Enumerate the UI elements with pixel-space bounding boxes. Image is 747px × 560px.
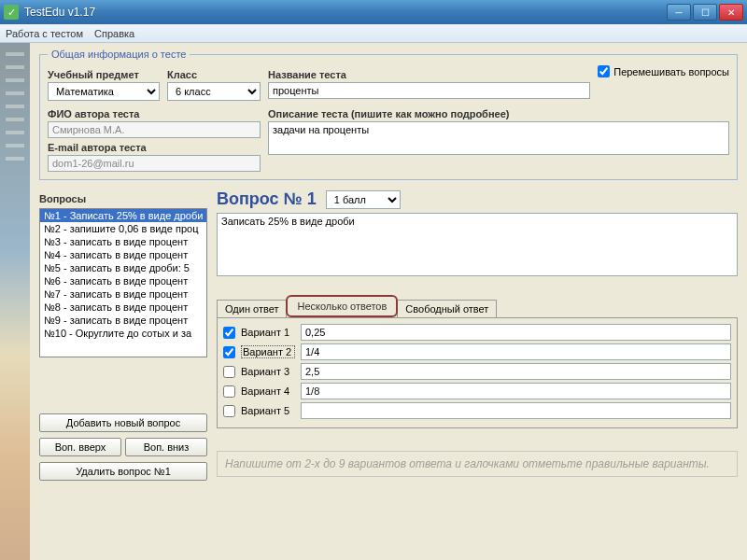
menu-help[interactable]: Справка (94, 28, 134, 39)
label-questions: Вопросы (39, 193, 207, 204)
move-up-button[interactable]: Воп. вверх (39, 438, 121, 456)
answer-input-5[interactable] (301, 402, 731, 419)
list-item[interactable]: №2 - запишите 0,06 в виде проц (40, 222, 206, 235)
answer-type-tabs: Один ответ Несколько ответов Свободный о… (217, 295, 738, 317)
textarea-question[interactable]: Записать 25% в виде дроби (217, 213, 738, 276)
answer-label-3: Вариант 3 (241, 366, 295, 377)
answer-input-2[interactable] (301, 343, 731, 360)
minimize-button[interactable]: ─ (667, 4, 691, 21)
delete-question-button[interactable]: Удалить вопрос №1 (39, 462, 207, 481)
list-item[interactable]: №5 - записать в виде дроби: 5 (40, 261, 206, 274)
maximize-button[interactable]: ☐ (693, 4, 717, 21)
label-desc: Описание теста (пишите как можно подробн… (268, 108, 729, 119)
answers-panel: Вариант 1 Вариант 2 Вариант 3 Вариант 4 (217, 317, 738, 428)
select-points[interactable]: 1 балл (326, 190, 401, 209)
label-class: Класс (167, 69, 261, 80)
answer-label-1: Вариант 1 (241, 327, 295, 338)
list-item[interactable]: №7 - записать в виде процент (40, 287, 206, 301)
label-testname: Название теста (268, 69, 590, 80)
move-down-button[interactable]: Воп. вниз (125, 438, 207, 456)
list-item[interactable]: №10 - Округлите до сотых и за (40, 327, 206, 340)
hint-text: Напишите от 2-х до 9 вариантов ответа и … (217, 451, 738, 477)
tab-free-answer[interactable]: Свободный ответ (397, 300, 497, 317)
checkbox-shuffle[interactable] (598, 65, 610, 77)
tab-one-answer[interactable]: Один ответ (217, 300, 287, 317)
group-test-info: Общая информация о тесте Учебный предмет… (39, 49, 738, 180)
close-button[interactable]: ✕ (719, 4, 743, 21)
list-item[interactable]: №4 - записать в виде процент (40, 248, 206, 261)
answer-label-2: Вариант 2 (241, 345, 295, 358)
menu-work[interactable]: Работа с тестом (6, 28, 83, 39)
input-email[interactable] (48, 155, 261, 172)
label-subject: Учебный предмет (48, 69, 160, 80)
answer-check-4[interactable] (223, 385, 235, 398)
app-icon: ✓ (4, 5, 19, 20)
input-testname[interactable] (268, 82, 590, 99)
shuffle-wrapper[interactable]: Перемешивать вопросы (598, 65, 729, 77)
label-author: ФИО автора теста (48, 108, 261, 119)
question-title: Вопрос № 1 (217, 189, 317, 209)
menubar: Работа с тестом Справка (0, 24, 747, 43)
label-email: E-mail автора теста (48, 142, 261, 153)
input-author[interactable] (48, 121, 261, 138)
answer-label-4: Вариант 4 (241, 385, 295, 397)
titlebar: ✓ TestEdu v1.17 ─ ☐ ✕ (0, 0, 747, 24)
tab-multi-answer[interactable]: Несколько ответов (286, 295, 398, 317)
list-item[interactable]: №1 - Записать 25% в виде дроби (40, 209, 206, 222)
add-question-button[interactable]: Добавить новый вопрос (39, 413, 207, 432)
answer-input-1[interactable] (301, 324, 731, 341)
answer-check-1[interactable] (223, 327, 235, 339)
textarea-desc[interactable]: задачи на проценты (268, 121, 729, 155)
answer-input-3[interactable] (301, 363, 731, 380)
decor-strip (0, 43, 30, 560)
list-item[interactable]: №8 - записать в виде процент (40, 301, 206, 314)
select-subject[interactable]: Математика (48, 82, 160, 101)
list-item[interactable]: №6 - записать в виде процент (40, 274, 206, 287)
label-shuffle: Перемешивать вопросы (613, 66, 729, 77)
answer-input-4[interactable] (301, 383, 731, 399)
list-item[interactable]: №9 - записать в виде процент (40, 314, 206, 327)
answer-check-2[interactable] (223, 346, 235, 358)
answer-check-5[interactable] (223, 405, 235, 417)
answer-check-3[interactable] (223, 366, 235, 378)
title-text: TestEdu v1.17 (24, 6, 667, 19)
legend-test-info: Общая информация о тесте (48, 49, 190, 60)
question-list[interactable]: №1 - Записать 25% в виде дроби №2 - запи… (39, 208, 207, 357)
select-class[interactable]: 6 класс (167, 82, 261, 101)
list-item[interactable]: №3 - записать в виде процент (40, 235, 206, 248)
answer-label-5: Вариант 5 (241, 405, 295, 416)
